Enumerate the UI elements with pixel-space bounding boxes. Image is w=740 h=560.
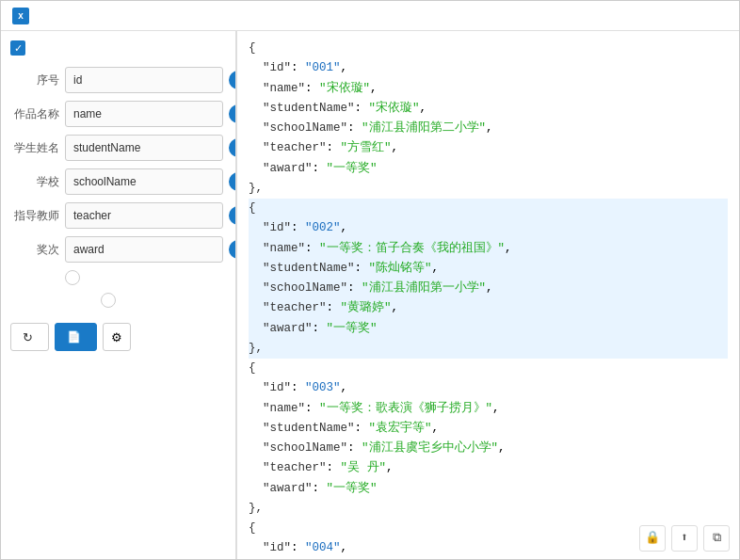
- update-button[interactable]: ↻: [10, 323, 49, 351]
- json-line: "teacher": "吴 丹",: [249, 458, 728, 478]
- toggle-id[interactable]: [229, 71, 236, 89]
- bottom-icons: 🔒⬆⧉: [639, 525, 730, 552]
- json-line: "studentName": "宋依璇",: [249, 99, 728, 119]
- homepage-row: [10, 293, 226, 308]
- app-icon: x: [12, 8, 29, 24]
- left-panel: ✓ 序号作品名称学生姓名学校指导教师奖次 ↻: [1, 31, 236, 559]
- audio-video-row: [10, 270, 226, 285]
- field-row-name: 作品名称: [10, 101, 226, 127]
- json-line: {: [249, 199, 728, 218]
- gear-icon: ⚙: [111, 330, 122, 344]
- json-line: {: [249, 39, 728, 58]
- field-row-id: 序号: [10, 67, 226, 93]
- field-input-id[interactable]: [65, 67, 223, 93]
- field-label-schoolName: 学校: [10, 174, 59, 190]
- import-button[interactable]: 📄: [55, 323, 97, 351]
- window-controls: [656, 7, 728, 25]
- json-line: "id": "003",: [249, 378, 728, 398]
- minimize-button[interactable]: [656, 7, 675, 25]
- toggle-teacher[interactable]: [229, 206, 236, 225]
- json-line: "schoolName": "浦江县浦阳第一小学",: [249, 279, 728, 298]
- field-label-teacher: 指导教师: [10, 208, 59, 224]
- json-line: },: [249, 179, 728, 199]
- json-line: "teacher": "方雪红",: [249, 138, 728, 158]
- title-bar: x: [1, 1, 739, 31]
- sheet-header: ✓: [10, 40, 226, 56]
- json-line: "schoolName": "浦江县虞宅乡中心小学",: [249, 439, 728, 458]
- app-window: x ✓ 序号作品名称学生姓名学校指导教师奖次: [0, 0, 740, 560]
- field-row-schoolName: 学校: [10, 168, 226, 195]
- json-line: "name": "宋依璇",: [249, 79, 728, 99]
- json-line: "name": "一等奖：歌表演《狮子捞月》",: [249, 399, 728, 419]
- copy-icon[interactable]: ⧉: [703, 525, 730, 552]
- close-button[interactable]: [709, 7, 728, 25]
- json-line: "id": "001",: [249, 58, 728, 78]
- json-line: },: [249, 339, 728, 359]
- field-input-schoolName[interactable]: [65, 168, 223, 195]
- audio-video-radio[interactable]: [65, 270, 80, 285]
- upload-icon[interactable]: ⬆: [671, 525, 698, 552]
- json-line: "award": "一等奖": [249, 319, 728, 339]
- homepage-radio[interactable]: [101, 293, 116, 308]
- field-label-award: 奖次: [10, 242, 59, 258]
- lock-icon[interactable]: 🔒: [639, 525, 666, 552]
- json-line: "schoolName": "浦江县浦阳第二小学",: [249, 119, 728, 138]
- json-line: "name": "一等奖：《光盘歌》",: [249, 559, 728, 560]
- field-label-studentName: 学生姓名: [10, 140, 59, 156]
- json-line: "studentName": "袁宏宇等",: [249, 419, 728, 439]
- action-bar: ↻ 📄 ⚙: [10, 323, 226, 351]
- field-input-teacher[interactable]: [65, 202, 223, 229]
- toggle-name[interactable]: [229, 104, 236, 123]
- toggle-schoolName[interactable]: [229, 172, 236, 191]
- json-line: {: [249, 359, 728, 378]
- json-line: "teacher": "黄璐婷",: [249, 298, 728, 318]
- import-icon: 📄: [67, 330, 81, 344]
- field-input-award[interactable]: [65, 236, 223, 263]
- sheet-checkbox[interactable]: ✓: [10, 40, 25, 56]
- settings-button[interactable]: ⚙: [103, 323, 131, 351]
- field-row-award: 奖次: [10, 236, 226, 263]
- field-input-name[interactable]: [65, 101, 223, 127]
- field-label-name: 作品名称: [10, 106, 59, 122]
- field-row-studentName: 学生姓名: [10, 135, 226, 161]
- field-row-teacher: 指导教师: [10, 202, 226, 229]
- json-viewer[interactable]: { "id": "001", "name": "宋依璇", "studentNa…: [237, 31, 739, 559]
- maximize-button[interactable]: [683, 7, 701, 25]
- json-line: },: [249, 499, 728, 519]
- json-line: "name": "一等奖：笛子合奏《我的祖国》",: [249, 239, 728, 259]
- toggle-award[interactable]: [229, 240, 236, 259]
- field-input-studentName[interactable]: [65, 135, 223, 161]
- json-line: "id": "002",: [249, 218, 728, 238]
- main-content: ✓ 序号作品名称学生姓名学校指导教师奖次 ↻: [1, 31, 739, 559]
- json-line: "award": "一等奖": [249, 479, 728, 499]
- json-line: "studentName": "陈灿铭等",: [249, 259, 728, 279]
- json-line: "award": "一等奖": [249, 159, 728, 179]
- toggle-studentName[interactable]: [229, 138, 236, 157]
- field-rows: 序号作品名称学生姓名学校指导教师奖次: [10, 67, 226, 270]
- field-label-id: 序号: [10, 72, 59, 88]
- refresh-icon: ↻: [23, 330, 33, 344]
